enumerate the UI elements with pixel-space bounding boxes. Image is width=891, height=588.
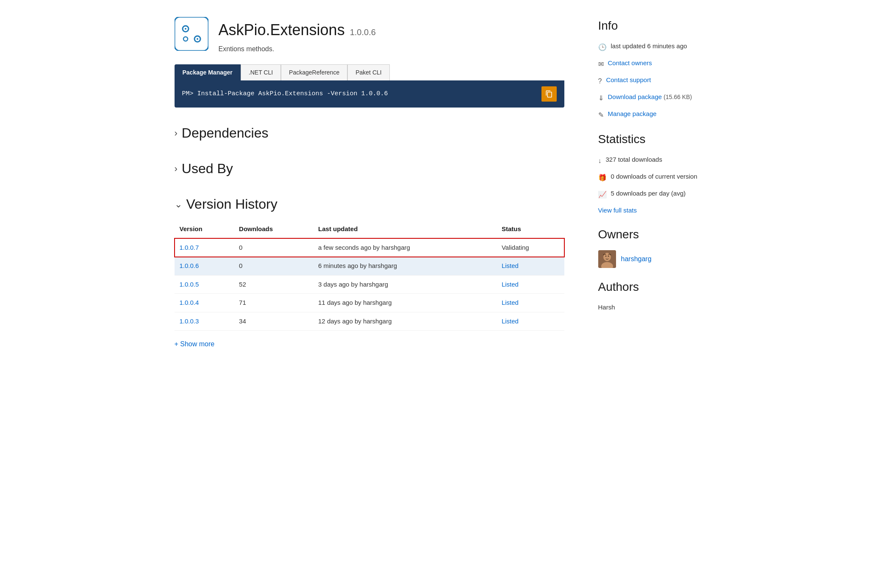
version-table-row: 1.0.0.5 52 3 days ago by harshgarg Liste… [175,275,564,294]
manage-package-link[interactable]: Manage package [608,109,657,119]
downloads-cell: 52 [234,275,313,294]
copy-icon [545,90,553,98]
svg-point-10 [608,255,609,257]
sidebar: Info 🕒 last updated 6 minutes ago ✉ Cont… [598,17,717,349]
col-header-status: Status [497,221,564,238]
svg-rect-0 [175,17,208,51]
last-updated-item: 🕒 last updated 6 minutes ago [598,41,717,52]
version-link[interactable]: 1.0.0.6 [180,262,199,269]
clock-icon: 🕒 [598,42,607,52]
status-badge: Validating [502,244,529,251]
owner-name-link[interactable]: harshgarg [621,254,652,264]
downloads-cell: 71 [234,294,313,312]
version-link[interactable]: 1.0.0.5 [180,281,199,288]
version-cell: 1.0.0.5 [175,275,234,294]
downloads-cell: 0 [234,238,313,257]
version-history-chevron: ⌄ [175,197,182,211]
owner-item: harshgarg [598,250,717,268]
version-table-row: 1.0.0.6 0 6 minutes ago by harshgarg Lis… [175,257,564,276]
contact-support-link[interactable]: Contact support [606,75,651,85]
install-command-text: PM> Install-Package AskPio.Extensions -V… [182,89,388,99]
version-link[interactable]: 1.0.0.4 [180,299,199,306]
status-cell: Listed [497,312,564,331]
downloads-cell: 34 [234,312,313,331]
status-badge: Listed [502,262,519,269]
package-header: AskPio.Extensions 1.0.0.6 Exntions metho… [175,17,564,54]
status-badge: Listed [502,281,519,288]
used-by-section-header[interactable]: › Used By [175,158,564,179]
info-section: Info 🕒 last updated 6 minutes ago ✉ Cont… [598,17,717,120]
owner-avatar [598,250,616,268]
last-updated-text: last updated 6 minutes ago [611,41,687,51]
pencil-icon: ✎ [598,110,604,120]
package-icon [175,17,208,51]
package-name: AskPio.Extensions [219,19,345,41]
show-more-label: + Show more [175,339,215,349]
version-table-header-row: Version Downloads Last updated Status [175,221,564,238]
downloads-cell: 0 [234,257,313,276]
col-header-downloads: Downloads [234,221,313,238]
package-title: AskPio.Extensions 1.0.0.6 [219,19,376,41]
authors-section: Authors Harsh [598,278,717,312]
svg-point-9 [605,255,606,257]
download-package-link[interactable]: Download package [608,93,662,100]
current-version-downloads-text: 0 downloads of current version [611,172,697,182]
total-downloads-text: 327 total downloads [606,155,662,165]
gift-icon: 🎁 [598,173,607,183]
avg-downloads-text: 5 downloads per day (avg) [611,189,686,199]
version-cell: 1.0.0.3 [175,312,234,331]
chart-icon: 📈 [598,190,607,200]
avg-downloads-item: 📈 5 downloads per day (avg) [598,189,717,200]
authors-name: Harsh [598,303,717,312]
view-full-stats-link[interactable]: View full stats [598,206,637,215]
contact-owners-link[interactable]: Contact owners [608,58,652,68]
version-link[interactable]: 1.0.0.7 [180,244,199,251]
statistics-section: Statistics ↓ 327 total downloads 🎁 0 dow… [598,130,717,215]
download-arrow-icon: ↓ [598,156,602,166]
dependencies-section-header[interactable]: › Dependencies [175,123,564,143]
show-more-button[interactable]: + Show more [175,339,564,349]
svg-point-2 [185,28,186,30]
version-cell: 1.0.0.6 [175,257,234,276]
tab-package-manager[interactable]: Package Manager [175,64,241,80]
version-link[interactable]: 1.0.0.3 [180,317,199,325]
owners-section: Owners harshgarg [598,226,717,268]
envelope-icon: ✉ [598,59,604,69]
version-table-row: 1.0.0.7 0 a few seconds ago by harshgarg… [175,238,564,257]
version-table-row: 1.0.0.3 34 12 days ago by harshgarg List… [175,312,564,331]
package-description: Exntions methods. [219,44,376,54]
version-history-section-header[interactable]: ⌄ Version History [175,194,564,214]
package-version: 1.0.0.6 [350,26,376,39]
used-by-label: Used By [182,158,233,179]
status-cell: Listed [497,275,564,294]
main-content: AskPio.Extensions 1.0.0.6 Exntions metho… [175,17,564,349]
download-icon: ⇓ [598,93,604,103]
package-title-area: AskPio.Extensions 1.0.0.6 Exntions metho… [219,17,376,54]
question-icon: ? [598,76,602,86]
contact-support-item: ? Contact support [598,75,717,86]
total-downloads-item: ↓ 327 total downloads [598,155,717,166]
install-command-bar: PM> Install-Package AskPio.Extensions -V… [175,80,564,108]
last-updated-cell: 6 minutes ago by harshgarg [313,257,497,276]
version-cell: 1.0.0.4 [175,294,234,312]
download-package-item: ⇓ Download package (15.66 KB) [598,92,717,103]
view-full-stats-item: View full stats [598,206,717,215]
info-title: Info [598,17,717,35]
version-cell: 1.0.0.7 [175,238,234,257]
tab-net-cli[interactable]: .NET CLI [241,64,281,80]
copy-command-button[interactable] [541,86,557,102]
status-cell: Listed [497,294,564,312]
tab-package-reference[interactable]: PackageReference [281,64,347,80]
last-updated-cell: a few seconds ago by harshgarg [313,238,497,257]
current-version-downloads-item: 🎁 0 downloads of current version [598,172,717,183]
last-updated-cell: 11 days ago by harshgarg [313,294,497,312]
authors-title: Authors [598,278,717,296]
download-size-text: (15.66 KB) [663,94,692,100]
last-updated-cell: 12 days ago by harshgarg [313,312,497,331]
status-cell: Listed [497,257,564,276]
tab-bar: Package Manager .NET CLI PackageReferenc… [175,64,564,80]
status-cell: Validating [497,238,564,257]
status-badge: Listed [502,317,519,325]
tab-paket-cli[interactable]: Paket CLI [347,64,389,80]
version-history-label: Version History [186,194,278,214]
